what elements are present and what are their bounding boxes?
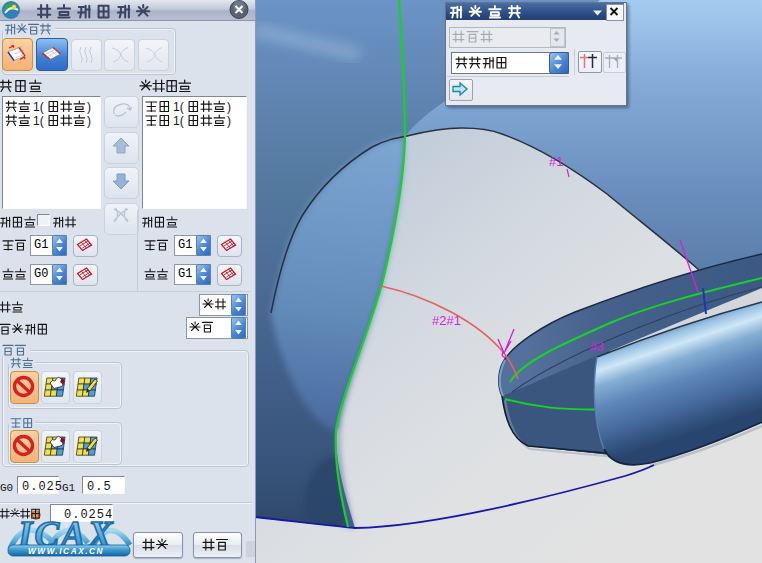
svg-text:G0: G0 xyxy=(0,482,13,494)
svg-text:): ) xyxy=(227,100,231,114)
svg-text:1(: 1( xyxy=(33,114,44,128)
svg-text:1(: 1( xyxy=(173,100,184,114)
svg-text:0.025: 0.025 xyxy=(22,480,63,494)
svg-text:0.0254: 0.0254 xyxy=(64,508,113,522)
svg-text:G1: G1 xyxy=(62,482,76,494)
svg-text:1(: 1( xyxy=(173,114,184,128)
svg-text:): ) xyxy=(87,114,91,128)
svg-text:): ) xyxy=(87,100,91,114)
svg-text:): ) xyxy=(227,114,231,128)
svg-text:0.5: 0.5 xyxy=(87,480,112,494)
svg-text:1(: 1( xyxy=(33,100,44,114)
